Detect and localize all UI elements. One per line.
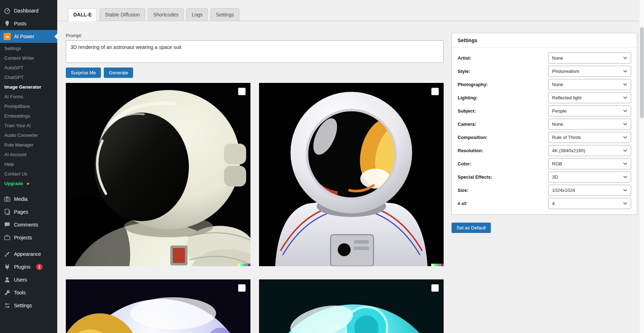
user-icon bbox=[4, 276, 11, 283]
menu-separator bbox=[0, 244, 57, 248]
settings-fields: Artist: None Style: Photorealism bbox=[452, 48, 637, 214]
tab-dall-e[interactable]: DALL-E bbox=[68, 8, 97, 21]
sidebar-item-settings[interactable]: Settings bbox=[0, 299, 57, 312]
sidebar-item-media[interactable]: Media bbox=[0, 193, 57, 205]
generate-button[interactable]: Generate bbox=[104, 68, 133, 78]
active-menu-arrow bbox=[52, 34, 57, 39]
lighting-select[interactable]: Reflected light bbox=[548, 92, 631, 103]
speech-bubble-icon bbox=[4, 221, 11, 228]
sidebar-item-label: Projects bbox=[14, 235, 32, 240]
wrench-icon bbox=[4, 289, 11, 296]
camera-select[interactable]: None bbox=[548, 119, 631, 130]
generated-image-3[interactable] bbox=[66, 279, 250, 333]
paintbrush-icon bbox=[4, 250, 11, 258]
image-select-checkbox[interactable] bbox=[431, 88, 439, 95]
main-content: DALL-E Stable Diffusion Shortcodes Logs … bbox=[57, 0, 644, 333]
tab-settings[interactable]: Settings bbox=[210, 8, 239, 21]
sidebar-item-dashboard[interactable]: Dashboard bbox=[0, 4, 57, 17]
field-style: Style: Photorealism bbox=[452, 65, 637, 78]
field-label: Special Effects: bbox=[458, 174, 492, 180]
sidebar-item-ai-power[interactable]: AI AI Power bbox=[0, 30, 57, 43]
sidebar-subitem-settings[interactable]: Settings bbox=[0, 44, 57, 53]
sidebar-item-projects[interactable]: Projects bbox=[0, 231, 57, 244]
sidebar-item-posts[interactable]: Posts bbox=[0, 17, 57, 30]
size-select[interactable]: 1024x1024 bbox=[548, 185, 631, 196]
image-select-checkbox[interactable] bbox=[238, 284, 246, 292]
chevron-down-icon bbox=[623, 70, 627, 73]
image-select-checkbox[interactable] bbox=[431, 284, 439, 292]
sidebar-item-comments[interactable]: Comments bbox=[0, 218, 57, 231]
chevron-down-icon bbox=[623, 136, 627, 139]
field-count: # of: 4 bbox=[452, 197, 637, 210]
chevron-down-icon bbox=[623, 163, 627, 165]
sidebar-item-plugins[interactable]: Plugins 1 bbox=[0, 260, 57, 273]
watermark-square bbox=[436, 264, 439, 266]
sidebar-subitem-chatgpt[interactable]: ChatGPT bbox=[0, 73, 57, 82]
chevron-down-icon bbox=[623, 123, 627, 125]
generated-image-1[interactable] bbox=[66, 83, 250, 266]
select-value: RGB bbox=[552, 161, 562, 166]
sidebar-subitem-role-manager[interactable]: Role Manager bbox=[0, 140, 57, 150]
astronaut-image-1 bbox=[66, 83, 250, 266]
select-value: 1024x1024 bbox=[552, 188, 575, 193]
field-artist: Artist: None bbox=[452, 51, 637, 65]
resolution-select[interactable]: 4K (3840x2160) bbox=[548, 145, 631, 156]
field-label: Style: bbox=[458, 69, 470, 74]
sidebar-item-label: Pages bbox=[14, 209, 28, 215]
tab-logs[interactable]: Logs bbox=[186, 8, 208, 21]
sidebar-subitem-content-writer[interactable]: Content Writer bbox=[0, 53, 57, 63]
field-color: Color: RGB bbox=[452, 157, 637, 170]
sidebar-item-users[interactable]: Users bbox=[0, 273, 57, 286]
field-label: Artist: bbox=[458, 55, 471, 61]
surprise-me-button[interactable]: Surprise Me bbox=[66, 68, 101, 78]
pushpin-icon bbox=[4, 20, 11, 27]
generated-image-2[interactable] bbox=[259, 83, 444, 266]
plugins-update-badge: 1 bbox=[36, 264, 43, 270]
field-label: # of: bbox=[458, 201, 467, 206]
artist-select[interactable]: None bbox=[548, 53, 631, 64]
dashboard-icon bbox=[4, 7, 11, 14]
sidebar-item-tools[interactable]: Tools bbox=[0, 286, 57, 299]
sidebar-subitem-upgrade[interactable]: Upgrade ➤ bbox=[0, 179, 57, 188]
subject-select[interactable]: People bbox=[548, 105, 631, 116]
sidebar-subitem-contact-us[interactable]: Contact Us bbox=[0, 169, 57, 179]
photography-select[interactable]: None bbox=[548, 79, 631, 90]
generated-image-4[interactable] bbox=[259, 279, 444, 333]
briefcase-icon bbox=[4, 234, 11, 241]
composition-select[interactable]: Rule of Thirds bbox=[548, 132, 631, 143]
sidebar-subitem-embeddings[interactable]: Embeddings bbox=[0, 111, 57, 121]
scrollbar-thumb[interactable] bbox=[640, 27, 644, 118]
tab-shortcodes[interactable]: Shortcodes bbox=[148, 8, 184, 21]
watermark-square bbox=[431, 264, 434, 266]
scrollbar[interactable] bbox=[639, 0, 644, 333]
special-effects-select[interactable]: 3D bbox=[548, 172, 631, 183]
count-select[interactable]: 4 bbox=[548, 198, 631, 209]
sidebar-subitem-image-generator[interactable]: Image Generator bbox=[0, 82, 57, 92]
select-value: None bbox=[552, 82, 563, 87]
sidebar-item-pages[interactable]: Pages bbox=[0, 205, 57, 218]
prompt-label: Prompt: bbox=[66, 33, 444, 38]
image-select-checkbox[interactable] bbox=[238, 88, 246, 95]
sidebar-subitem-ai-account[interactable]: AI Account bbox=[0, 150, 57, 159]
sidebar-subitem-audio-converter[interactable]: Audio Converter bbox=[0, 130, 57, 140]
wordpress-admin: Dashboard Posts AI AI Power Settings Con… bbox=[0, 0, 644, 333]
tab-stable-diffusion[interactable]: Stable Diffusion bbox=[99, 8, 145, 21]
pages-icon bbox=[4, 208, 11, 215]
chevron-down-icon bbox=[623, 189, 627, 192]
upgrade-label: Upgrade bbox=[4, 181, 23, 186]
sidebar-subitem-ai-forms[interactable]: AI Forms bbox=[0, 92, 57, 101]
set-default-button[interactable]: Set as Default bbox=[452, 223, 491, 233]
color-select[interactable]: RGB bbox=[548, 158, 631, 169]
sidebar-subitem-autogpt[interactable]: AutoGPT bbox=[0, 63, 57, 73]
field-special-effects: Special Effects: 3D bbox=[452, 170, 637, 184]
sidebar-item-appearance[interactable]: Appearance bbox=[0, 248, 57, 260]
sidebar-item-label: Settings bbox=[14, 303, 32, 308]
watermark-square bbox=[245, 264, 248, 266]
tab-bar: DALL-E Stable Diffusion Shortcodes Logs … bbox=[57, 8, 644, 21]
sidebar-subitem-help[interactable]: Help bbox=[0, 159, 57, 169]
style-select[interactable]: Photorealism bbox=[548, 66, 631, 77]
chevron-down-icon bbox=[623, 202, 627, 205]
sidebar-subitem-train-your-ai[interactable]: Train Your AI bbox=[0, 121, 57, 130]
prompt-input[interactable]: 3D rendering of an astronaut wearing a s… bbox=[66, 40, 444, 63]
sidebar-subitem-promptbase[interactable]: PromptBase bbox=[0, 101, 57, 111]
